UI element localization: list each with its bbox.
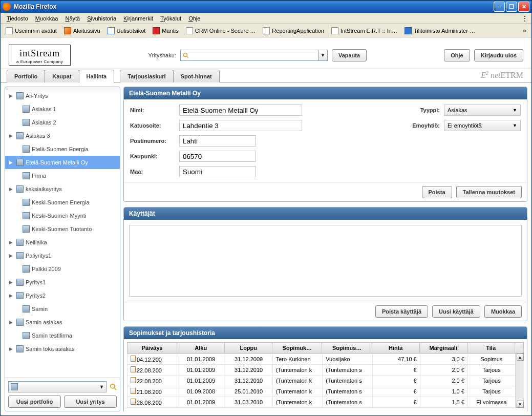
menu-overflow-icon[interactable]: ⋮ [521,14,528,23]
tree-item[interactable]: ▶Paliyritys1 [5,249,120,262]
expand-icon[interactable]: ▶ [9,320,14,325]
type-select[interactable]: Asiakas▼ [444,105,521,116]
release-button[interactable]: Vapauta [332,49,367,61]
tab-offer[interactable]: Tarjouslaskuri [120,70,173,82]
contracts-grid: Päiväys Alku Loppu Sopimuk… Sopimus… Hin… [124,339,527,408]
bookmark-crm[interactable]: CRM Online - Secure … [184,27,258,35]
tree-item[interactable]: Firma [5,169,120,182]
menu-help[interactable]: Ohje [185,14,203,23]
tree-item[interactable]: ▶Ali-Yritys [5,89,120,102]
tree-item[interactable]: ▶kaksiaikayritys [5,182,120,196]
close-button[interactable]: ✕ [518,2,529,12]
company-search-input[interactable] [180,50,318,61]
mantis-icon [153,27,160,34]
col-status[interactable]: Tila [467,343,515,353]
scroll-up-icon[interactable]: ▲ [517,353,524,361]
tab-spot[interactable]: Spot-hinnat [173,70,220,82]
menu-bookmarks[interactable]: Kirjanmerkit [120,14,156,23]
chevron-down-icon: ▼ [513,123,517,128]
table-row[interactable]: 22.08.20001.01.200931.12.2010(Tuntematon… [127,376,516,386]
tab-admin[interactable]: Hallinta [79,70,115,82]
tree-item[interactable]: ▶Nelliaika [5,236,120,249]
bookmark-most-visited[interactable]: Useimmin avatut [4,27,59,35]
tree-item[interactable]: ▶Samin asiakas [5,316,120,329]
minimize-button[interactable]: – [494,2,505,12]
expand-icon[interactable]: ▶ [9,253,14,258]
col-contract2[interactable]: Sopimus… [322,343,372,353]
new-company-button[interactable]: Uusi yritys [64,396,117,408]
expand-icon[interactable]: ▶ [9,293,14,298]
menu-history[interactable]: Sivuhistoria [84,14,119,23]
user-delete-button[interactable]: Poista käyttäjä [375,305,428,318]
tab-trades[interactable]: Kaupat [45,70,79,82]
col-end[interactable]: Loppu [225,343,272,353]
bookmarks-overflow-icon[interactable]: » [521,27,528,34]
new-portfolio-button[interactable]: Uusi portfolio [8,396,61,408]
maximize-button[interactable]: ❐ [506,2,517,12]
help-button[interactable]: Ohje [444,49,470,61]
user-edit-button[interactable]: Muokkaa [484,305,522,318]
tree-item[interactable]: Keski-Suomen Tuotanto [5,222,120,236]
grid-scrollbar[interactable]: ▲ ▼ [516,353,524,408]
tree-item[interactable]: Asiakas 1 [5,102,120,116]
expand-icon[interactable]: ▶ [9,186,14,192]
expand-icon[interactable]: ▶ [9,160,14,165]
bookmark-reporting[interactable]: ReportingApplication [261,27,326,35]
logout-button[interactable]: Kirjaudu ulos [474,49,523,61]
tree-item[interactable]: Etelä-Suomen Energia [5,142,120,156]
street-input[interactable] [179,120,302,131]
city-input[interactable] [179,151,256,162]
name-input[interactable] [179,105,302,116]
expand-icon[interactable]: ▶ [9,280,14,285]
bookmark-intstream[interactable]: IntStream E.R.T :: In… [329,27,399,35]
bookmark-mantis[interactable]: Mantis [151,27,180,35]
bookmark-home[interactable]: Aloitussivu [62,27,102,35]
company-delete-button[interactable]: Poista [422,186,452,198]
tree-item[interactable]: ▶Samin toka asiakas [5,342,120,356]
user-new-button[interactable]: Uusi käyttäjä [432,305,480,318]
tree-item[interactable]: Palkki 2009 [5,262,120,276]
menu-edit[interactable]: Muokkaa [32,14,61,23]
table-row[interactable]: 22.08.20001.01.200931.12.2010(Tuntematon… [127,365,516,376]
company-save-button[interactable]: Tallenna muutokset [456,186,522,198]
expand-icon[interactable]: ▶ [9,133,14,138]
tree-item[interactable]: Keski-Suomen Myynti [5,209,120,222]
col-contract[interactable]: Sopimuk… [272,343,322,353]
filter-select[interactable]: ▼ [8,381,107,392]
bookmark-tilitoimisto[interactable]: Tilitoimisto Administer … [402,27,477,35]
company-tree[interactable]: ▶Ali-Yritys Asiakas 1 Asiakas 2 ▶Asiakas… [5,87,120,378]
zip-input[interactable] [179,135,256,147]
menu-view[interactable]: Näytä [62,14,83,23]
building-icon [16,279,24,286]
menu-file[interactable]: Tiedostodocument.currentScript.previousE… [4,14,31,23]
tree-item-selected[interactable]: ▶Etelä-Suomen Metalli Oy [5,156,120,169]
tree-item[interactable]: Keski-Suomen Energia [5,196,120,209]
expand-icon[interactable]: ▶ [9,240,14,245]
expand-icon[interactable]: ▶ [9,346,14,351]
col-margin[interactable]: Marginaali [419,343,467,353]
search-label: Yrityshaku: [148,52,176,58]
col-date[interactable]: Päiväys [127,343,177,353]
expand-icon[interactable]: ▶ [9,93,14,98]
search-icon[interactable] [110,383,117,390]
country-input[interactable] [179,166,256,177]
col-price[interactable]: Hinta [372,343,419,353]
tree-item[interactable]: ▶Asiakas 3 [5,129,120,142]
users-listbox[interactable] [129,225,522,297]
tree-item[interactable]: ▶Pyritys2 [5,289,120,302]
bookmark-news[interactable]: Uutisotsikot [105,27,148,35]
label-zip: Postinumero: [130,138,175,144]
scroll-down-icon[interactable]: ▼ [517,401,524,408]
tree-item[interactable]: Samin [5,302,120,316]
tab-portfolio[interactable]: Portfolio [7,70,45,82]
tree-item[interactable]: Samin testifirma [5,329,120,342]
table-row[interactable]: 28.08.20001.01.200931.03.2010(Tuntematon… [127,397,516,408]
table-row[interactable]: 04.12.20001.01.200931.12.2009Tero Kurkin… [127,354,516,365]
tree-item[interactable]: ▶Pyritys1 [5,276,120,289]
col-start[interactable]: Alku [177,343,225,353]
tree-item[interactable]: Asiakas 2 [5,116,120,129]
parent-select[interactable]: Ei emoyhtiötä▼ [444,120,521,131]
table-row[interactable]: 21.08.20001.09.200825.01.2010(Tuntematon… [127,386,516,397]
menu-tools[interactable]: Työkalut [157,14,184,23]
search-dropdown-button[interactable]: ▼ [318,50,328,61]
